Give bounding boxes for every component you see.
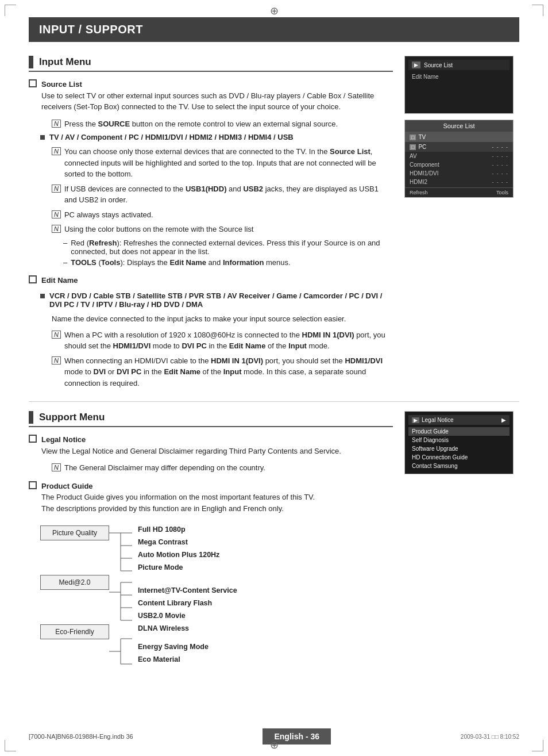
diagram-item-content: Content Library Flash [138,597,237,609]
section-divider-1 [29,401,519,402]
edit-name-bullet-text: VCR / DVD / Cable STB / Satellite STB / … [49,291,393,309]
page-title: INPUT / SUPPORT [29,17,519,42]
edit-name-heading: Edit Name [41,276,78,285]
note-icon-8: N [52,463,61,471]
tv-panel-input: ▶ Source List Edit Name [404,56,514,114]
diagram-item-picmode: Picture Mode [138,561,237,574]
tv-icon: □ [410,135,416,140]
support-panel-item-1: Self Diagnosis [408,436,510,444]
footer-right: 2009-03-31 □□ 8:10:52 [461,734,519,740]
tv-panel-edit-name: Edit Name [408,72,510,81]
legal-notice-note: N The General Disclaimer may differ depe… [52,462,393,474]
support-panel-area: ▶ Legal Notice ▶ Product Guide Self Diag… [404,411,519,682]
source-list-description: Use to select TV or other external input… [41,91,374,112]
note-icon-7: N [52,356,61,364]
diagram-item-energy: Energy Saving Mode [138,640,237,653]
input-menu-title: Input Menu [39,56,91,68]
tv-panel-source-title: Source List [405,120,513,132]
diagram-box-picture: Picture Quality [40,525,109,540]
tv-panel-tools-label: Tools [496,190,508,195]
legal-notice-section: Legal Notice View the Legal Notice and G… [29,434,393,456]
dash-sym-2: – [63,258,67,267]
source-list-note3-text: If USB devices are connected to the USB1… [64,183,393,206]
tv-panel-input-spacer [408,81,510,110]
source-list-dash2: – TOOLS (Tools): Displays the Edit Name … [63,258,393,267]
note-icon-1: N [52,120,61,128]
edit-name-note1-text: When a PC with a resolution of 1920 x 10… [64,329,393,352]
diagram-item-internet: Internet@TV-Content Service [138,584,237,597]
support-panel-arrow: ▶ [501,417,506,423]
source-list-note4: N PC always stays activated. [52,209,393,221]
tv-screenshots-panel: ▶ Source List Edit Name Source List □ TV… [404,56,519,392]
source-list-dash1: – Red (Refresh): Refreshes the connected… [63,239,393,256]
diagram-item-ecomaterial: Eco Material [138,653,237,666]
note-icon-5: N [52,225,61,233]
edit-name-note2-text: When connecting an HDMI/DVI cable to the… [64,355,393,389]
pc-dots: - - - - [492,144,508,150]
diagram-right-labels: Full HD 1080p Mega Contrast Auto Motion … [138,523,237,673]
product-guide-desc1: The Product Guide gives you information … [41,493,315,501]
source-list-note1: N Press the SOURCE button on the remote … [52,118,393,130]
diagram-item-mega: Mega Contrast [138,536,237,548]
legal-notice-note-text: The General Disclaimer may differ depend… [64,462,393,474]
diagram-spacer1 [40,540,109,575]
tv-panel-input-header: ▶ Source List [408,60,510,70]
diagram-item-dlna: DLNA Wireless [138,622,237,635]
tv-panel-component: Component- - - - [405,160,513,169]
source-list-bullet-text: TV / AV / Component / PC / HDMI1/DVI / H… [49,133,294,141]
diagram-item-usb: USB2.0 Movie [138,609,237,622]
note-icon-6: N [52,331,61,339]
note-icon-2: N [52,147,61,155]
support-panel-item-2: Software Upgrade [408,444,510,453]
tv-panel-source: Source List □ TV □ PC - - - - AV- - - - … [404,120,514,198]
bullet-icon-2 [40,294,45,298]
checkbox-icon-2 [29,275,37,283]
checkbox-icon-4 [29,481,37,489]
tv-panel-hdmi2: HDMI2- - - - [405,178,513,186]
support-panel-icon: ▶ [412,417,419,423]
pc-icon: □ [410,144,416,150]
source-list-note5: N Using the color buttons on the remote … [52,224,393,235]
source-list-section: Source List Use to select TV or other ex… [29,79,393,113]
product-guide-heading: Product Guide [41,482,93,490]
source-list-note2-text: You can choose only those external devic… [64,146,393,180]
support-panel-item-3: HD Connection Guide [408,453,510,462]
diagram-box-medi: Medi@2.0 [40,575,109,590]
source-list-heading: Source List [41,80,82,89]
diagram-item-fullhd: Full HD 1080p [138,523,237,536]
corner-mark-tl [5,5,16,16]
support-panel-item-4: Contact Samsung [408,462,510,470]
source-list-note3: N If USB devices are connected to the US… [52,183,393,206]
source-list-bullet: TV / AV / Component / PC / HDMI1/DVI / H… [40,133,393,141]
support-panel-title: Legal Notice [422,417,454,423]
support-panel-header: ▶ Legal Notice ▶ [408,415,510,425]
source-list-note4-text: PC always stays activated. [64,209,393,221]
subsection-bar [29,56,33,68]
diagram-item-auto: Auto Motion Plus 120Hz [138,548,237,561]
input-menu-header: Input Menu [29,56,393,72]
source-list-dash2-text: TOOLS (Tools): Displays the Edit Name an… [71,258,290,267]
checkbox-icon-3 [29,435,37,443]
tv-panel-input-icon: ▶ [412,62,420,68]
bullet-icon-1 [40,135,45,140]
source-list-note5-text: Using the color buttons on the remote wi… [64,224,393,235]
product-guide-diagram: Picture Quality Medi@2.0 Eco-Friendly [40,523,393,673]
edit-name-note2: N When connecting an HDMI/DVI cable to t… [52,355,393,389]
pc-label: PC [418,144,489,150]
support-panel-item-0: Product Guide [408,427,510,436]
note-icon-3: N [52,185,61,193]
note-icon-4: N [52,210,61,218]
tv-panel-av: AV- - - - [405,152,513,160]
dash-sym-1: – [63,239,67,247]
corner-mark-tr [532,5,543,16]
support-menu-header: Support Menu [29,411,393,427]
source-list-note2: N You can choose only those external dev… [52,146,393,180]
tv-panel-input-title: Source List [424,62,453,68]
tv-panel-source-footer: Refresh Tools [405,187,513,197]
checkbox-icon [29,79,37,87]
crosshair-bottom-icon: ⊕ [270,739,279,751]
edit-name-bullet: VCR / DVD / Cable STB / Satellite STB / … [40,291,393,309]
crosshair-top-icon: ⊕ [270,5,279,17]
diagram-left-boxes: Picture Quality Medi@2.0 Eco-Friendly [40,523,109,673]
subsection-bar-2 [29,411,33,424]
